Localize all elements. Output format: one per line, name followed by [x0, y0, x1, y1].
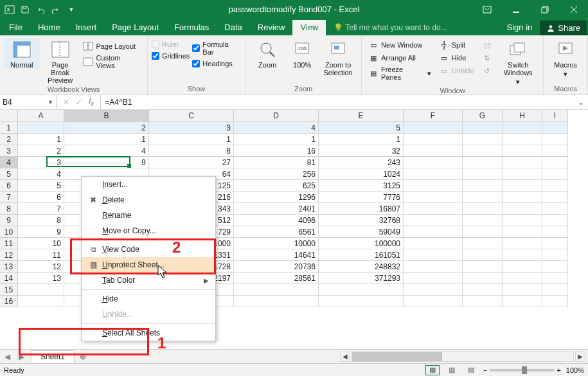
cell-I6[interactable]	[542, 180, 568, 192]
cell-G7[interactable]	[463, 192, 503, 203]
cell-I3[interactable]	[542, 145, 568, 157]
arrange-all-button[interactable]: ▦Arrange All	[366, 52, 434, 64]
cell-H6[interactable]	[503, 180, 542, 192]
cell-A15[interactable]	[18, 284, 64, 296]
cell-D10[interactable]: 6561	[234, 226, 319, 238]
menu-item-hide[interactable]: Hide	[82, 291, 215, 307]
cell-E10[interactable]: 59049	[319, 226, 404, 238]
menu-item-delete[interactable]: ✖Delete	[82, 192, 215, 208]
cell-G1[interactable]	[463, 122, 503, 134]
tab-file[interactable]: File	[1, 20, 30, 35]
row-header-7[interactable]: 7	[0, 192, 18, 203]
save-icon[interactable]	[19, 4, 31, 15]
cell-D2[interactable]: 1	[234, 134, 319, 145]
cell-G13[interactable]	[463, 261, 503, 273]
qat-dropdown-icon[interactable]: ▼	[66, 4, 77, 15]
spreadsheet-grid[interactable]: ABCDEFGHI 12345678910111213141516 234511…	[0, 110, 588, 349]
cell-E12[interactable]: 161051	[319, 249, 404, 261]
scroll-left-button[interactable]: ◀	[340, 352, 350, 362]
row-header-13[interactable]: 13	[0, 261, 18, 273]
cell-A9[interactable]: 8	[18, 215, 64, 226]
row-header-8[interactable]: 8	[0, 203, 18, 215]
cell-E1[interactable]: 5	[319, 122, 404, 134]
cell-I14[interactable]	[542, 273, 568, 284]
formula-bar-checkbox[interactable]: Formula Bar	[192, 40, 241, 56]
menu-item-tab-color[interactable]: Tab Color▶	[82, 273, 215, 288]
cell-C4[interactable]: 27	[149, 157, 234, 168]
page-break-status-icon[interactable]: ▤	[464, 365, 478, 375]
name-box-dropdown-icon[interactable]: ▼	[48, 99, 53, 105]
cell-E8[interactable]: 16807	[319, 203, 404, 215]
cell-I5[interactable]	[542, 168, 568, 180]
cell-A13[interactable]: 12	[18, 261, 64, 273]
new-window-button[interactable]: ▭New Window	[366, 39, 434, 51]
cell-D11[interactable]: 10000	[234, 238, 319, 249]
cell-A5[interactable]: 4	[18, 168, 64, 180]
cell-H5[interactable]	[503, 168, 542, 180]
cell-A10[interactable]: 9	[18, 226, 64, 238]
cell-E14[interactable]: 371293	[319, 273, 404, 284]
cell-G12[interactable]	[463, 249, 503, 261]
cell-G3[interactable]	[463, 145, 503, 157]
tab-review[interactable]: Review	[250, 20, 293, 35]
redo-icon[interactable]	[50, 4, 62, 15]
cell-E16[interactable]	[319, 296, 404, 307]
cell-A8[interactable]: 7	[18, 203, 64, 215]
row-header-15[interactable]: 15	[0, 284, 18, 296]
cell-H8[interactable]	[503, 203, 542, 215]
row-header-2[interactable]: 2	[0, 134, 18, 145]
custom-views-button[interactable]: Custom Views	[80, 53, 143, 70]
cell-A4[interactable]: 3	[18, 157, 64, 168]
column-header-F[interactable]: F	[404, 110, 463, 122]
column-header-D[interactable]: D	[234, 110, 319, 122]
cell-I2[interactable]	[542, 134, 568, 145]
cell-D12[interactable]: 14641	[234, 249, 319, 261]
cell-B2[interactable]: 1	[64, 134, 149, 145]
cell-A3[interactable]: 2	[18, 145, 64, 157]
cell-F8[interactable]	[404, 203, 463, 215]
zoom-slider[interactable]: − +	[483, 366, 561, 374]
share-button[interactable]: Share	[540, 21, 587, 35]
cell-A1[interactable]	[18, 122, 64, 134]
cell-D4[interactable]: 81	[234, 157, 319, 168]
unhide-window-button[interactable]: ▭Unhide	[436, 65, 477, 76]
cell-F5[interactable]	[404, 168, 463, 180]
menu-item-rename[interactable]: Rename	[82, 208, 215, 223]
menu-item-unprotect-sheet[interactable]: ▦Unprotect Sheet...	[82, 257, 215, 273]
page-layout-button[interactable]: Page Layout	[80, 40, 143, 52]
row-header-4[interactable]: 4	[0, 157, 18, 168]
cell-H11[interactable]	[503, 238, 542, 249]
tell-me-search[interactable]: 💡 Tell me what you want to do...	[326, 21, 499, 35]
cell-G15[interactable]	[463, 284, 503, 296]
row-header-11[interactable]: 11	[0, 238, 18, 249]
cell-D8[interactable]: 2401	[234, 203, 319, 215]
cell-E6[interactable]: 3125	[319, 180, 404, 192]
row-header-1[interactable]: 1	[0, 122, 18, 134]
column-header-B[interactable]: B	[64, 110, 149, 122]
zoom-level[interactable]: 100%	[566, 366, 584, 374]
cell-H7[interactable]	[503, 192, 542, 203]
cell-E3[interactable]: 32	[319, 145, 404, 157]
cell-G11[interactable]	[463, 238, 503, 249]
cell-I4[interactable]	[542, 157, 568, 168]
reset-window-button[interactable]: ↺	[479, 65, 495, 76]
restore-button[interactable]	[530, 0, 559, 19]
cell-D5[interactable]: 256	[234, 168, 319, 180]
sync-scroll-button[interactable]: ⇅	[479, 52, 495, 64]
zoom-in-icon[interactable]: +	[557, 366, 560, 374]
insert-function-icon[interactable]: fx	[89, 97, 94, 107]
zoom-out-icon[interactable]: −	[483, 366, 487, 374]
cell-E4[interactable]: 243	[319, 157, 404, 168]
cell-E9[interactable]: 32768	[319, 215, 404, 226]
cell-B4[interactable]: 9	[64, 157, 149, 168]
switch-windows-button[interactable]: Switch Windows ▾	[497, 38, 539, 85]
page-layout-status-icon[interactable]: ▥	[445, 365, 459, 375]
scroll-right-button[interactable]: ▶	[575, 352, 585, 362]
cancel-formula-icon[interactable]: ✕	[63, 98, 69, 107]
hide-window-button[interactable]: ▭Hide	[436, 52, 477, 64]
cell-C3[interactable]: 8	[149, 145, 234, 157]
cell-H10[interactable]	[503, 226, 542, 238]
cell-G9[interactable]	[463, 215, 503, 226]
cell-E11[interactable]: 100000	[319, 238, 404, 249]
cell-A6[interactable]: 5	[18, 180, 64, 192]
